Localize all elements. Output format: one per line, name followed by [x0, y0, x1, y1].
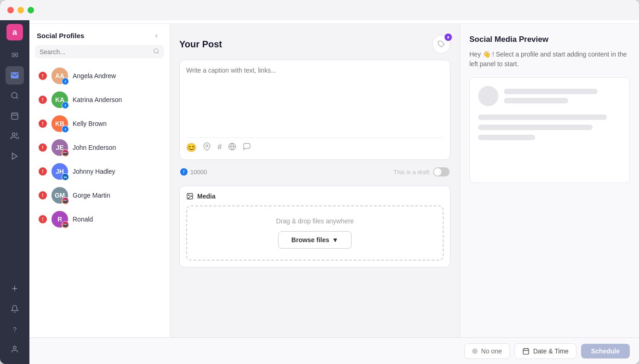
profile-name: Katrina Anderson — [73, 96, 122, 103]
profiles-panel: Social Profiles ‹ ! AA f Angela Andrew — [29, 0, 170, 364]
character-counter: f 10000 — [180, 168, 207, 176]
sidebar-item-add[interactable]: + — [6, 279, 24, 298]
sidebar-item-media[interactable] — [6, 147, 24, 165]
globe-icon[interactable] — [228, 142, 236, 153]
no-one-button[interactable]: No one — [464, 343, 510, 359]
facebook-badge: f — [62, 78, 69, 85]
hashtag-icon[interactable]: # — [217, 142, 222, 153]
app-logo: a — [6, 24, 23, 40]
profile-item-kelly-brown[interactable]: ! KB f Kelly Brown — [32, 112, 167, 136]
avatar-katrina: KA f — [51, 91, 68, 108]
sidebar-item-messages[interactable]: ✉ — [6, 46, 24, 64]
profile-name: Kelly Brown — [73, 120, 107, 127]
skeleton-lines — [504, 89, 621, 103]
profile-error-icon: ! — [39, 96, 47, 104]
search-icon — [153, 48, 160, 56]
draft-toggle[interactable] — [433, 167, 450, 176]
draft-row: f 10000 This is a draft — [179, 165, 451, 179]
profile-error-icon: ! — [39, 143, 47, 152]
instagram-badge: 📷 — [62, 197, 69, 205]
profile-name: Gorge Martin — [73, 192, 110, 199]
sidebar-item-account[interactable] — [6, 340, 24, 358]
skeleton-avatar — [478, 86, 498, 106]
date-time-button[interactable]: Date & Time — [514, 343, 576, 359]
profile-error-icon: ! — [39, 72, 47, 80]
svg-point-6 — [12, 133, 15, 136]
draft-label: This is a draft — [394, 167, 450, 176]
skeleton-line — [504, 89, 598, 94]
caption-textarea[interactable] — [186, 67, 444, 131]
sidebar-item-notifications[interactable] — [6, 300, 24, 318]
schedule-button[interactable]: Schedule — [581, 344, 630, 358]
post-container: Your Post ★ 😊 — [170, 24, 639, 364]
skeleton-line — [478, 135, 535, 140]
location-icon[interactable] — [203, 142, 211, 153]
profile-name: Johnny Hadley — [73, 168, 115, 175]
sidebar-item-help[interactable]: ? — [6, 320, 24, 338]
maximize-traffic-light[interactable] — [28, 7, 34, 13]
avatar-gorge: GM 📷 — [51, 187, 68, 204]
toolbar: 😊 # — [186, 137, 444, 153]
profile-item-ronald[interactable]: ! R 📷 Ronald — [32, 207, 167, 231]
search-input[interactable] — [40, 48, 149, 56]
collapse-profiles-button[interactable]: ‹ — [150, 29, 162, 41]
preview-prompt: Hey 👋 ! Select a profile and start addin… — [469, 50, 630, 69]
skeleton-line — [504, 98, 568, 103]
instagram-badge: 📷 — [62, 149, 69, 157]
profile-item-angela-andrew[interactable]: ! AA f Angela Andrew — [32, 64, 167, 88]
svg-rect-2 — [11, 113, 18, 119]
minimize-traffic-light[interactable] — [17, 7, 24, 13]
star-badge: ★ — [445, 34, 452, 41]
caption-box: 😊 # — [179, 60, 451, 160]
preview-panel: Social Media Preview Hey 👋 ! Select a pr… — [460, 24, 639, 364]
tag-button[interactable]: ★ — [432, 35, 451, 53]
sidebar-item-calendar[interactable] — [6, 107, 24, 125]
post-title: Your Post — [179, 39, 222, 50]
profile-item-johnny-hadley[interactable]: ! JH in Johnny Hadley — [32, 159, 167, 183]
skeleton-line — [478, 125, 593, 130]
svg-point-12 — [206, 145, 208, 147]
profiles-header: Social Profiles ‹ — [29, 24, 170, 45]
sidebar-item-inbox[interactable] — [6, 66, 24, 85]
svg-point-0 — [11, 92, 17, 98]
profile-name: Angela Andrew — [73, 72, 116, 80]
svg-point-8 — [13, 346, 16, 349]
avatar-kelly: KB f — [51, 115, 68, 132]
profile-item-katrina-anderson[interactable]: ! KA f Katrina Anderson — [32, 88, 167, 112]
profile-error-icon: ! — [39, 191, 47, 199]
skeleton-body — [478, 114, 621, 140]
avatar-john: JE 📷 — [51, 139, 68, 156]
svg-point-9 — [154, 49, 158, 53]
linkedin-badge: in — [62, 173, 69, 181]
browse-files-button[interactable]: Browse files ▼ — [278, 231, 352, 249]
profile-error-icon: ! — [39, 215, 47, 223]
emoji-icon[interactable]: 😊 — [186, 142, 196, 153]
profile-error-icon: ! — [39, 167, 47, 176]
sidebar-nav: a ✉ + — [0, 0, 29, 364]
main-area: Your Post ★ 😊 — [170, 0, 639, 364]
ai-chat-icon[interactable] — [243, 142, 251, 153]
profile-name: John Enderson — [73, 144, 116, 151]
sidebar-item-search[interactable] — [6, 86, 24, 105]
svg-line-10 — [158, 52, 159, 54]
facebook-counter-icon: f — [180, 168, 188, 176]
profile-error-icon: ! — [39, 119, 47, 128]
instagram-badge: 📷 — [62, 221, 69, 228]
chevron-down-icon: ▼ — [332, 236, 338, 244]
sidebar-item-team[interactable] — [6, 127, 24, 145]
profile-item-john-enderson[interactable]: ! JE 📷 John Enderson — [32, 136, 167, 159]
preview-title: Social Media Preview — [469, 35, 630, 44]
profiles-list: ! AA f Angela Andrew ! KA f Katrina Ande… — [29, 62, 170, 364]
facebook-badge: f — [62, 125, 69, 133]
close-traffic-light[interactable] — [7, 7, 14, 13]
profile-name: Ronald — [73, 216, 93, 223]
avatar-ronald: R 📷 — [51, 211, 68, 228]
avatar-johnny: JH in — [51, 163, 68, 180]
no-one-dot-icon — [472, 348, 478, 354]
search-bar — [35, 45, 164, 58]
post-editor: Your Post ★ 😊 — [170, 24, 460, 364]
skeleton-line — [478, 114, 607, 120]
drag-drop-text: Drag & drop files anywhere — [276, 217, 354, 225]
profile-item-gorge-martin[interactable]: ! GM 📷 Gorge Martin — [32, 183, 167, 207]
svg-marker-7 — [12, 153, 17, 159]
